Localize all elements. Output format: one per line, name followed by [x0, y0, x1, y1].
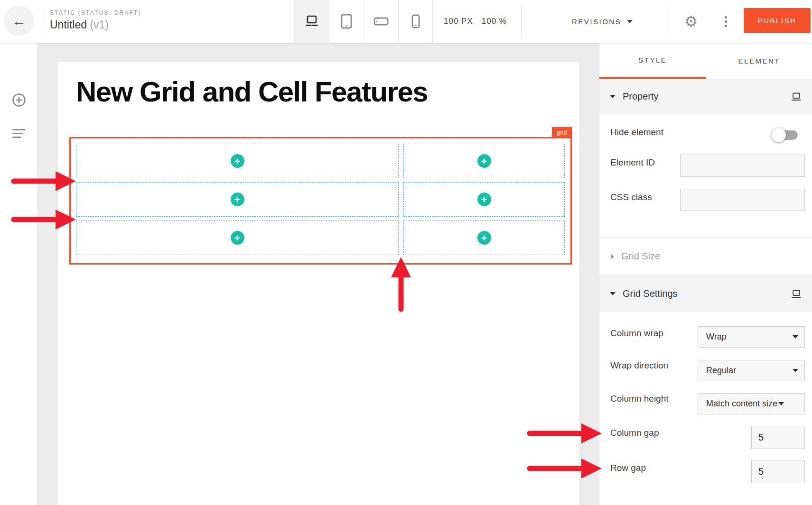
publish-button[interactable]: PUBLISH [744, 8, 811, 33]
section-title: Grid Settings [623, 288, 678, 299]
chevron-down-icon [610, 292, 616, 295]
row-gap-label: Row gap [610, 463, 646, 473]
phone-portrait-icon [411, 14, 420, 28]
column-wrap-label: Column wrap [610, 328, 663, 339]
panel-tabs: STYLE ELEMENT [599, 43, 812, 79]
top-toolbar: ← STATIC (STATUS: DRAFT) Untitled (v1) [0, 0, 812, 43]
viewport-width-value: 100 PX [444, 17, 473, 26]
grid-cell[interactable]: + [76, 144, 399, 178]
wrap-direction-select[interactable]: Regular [698, 360, 805, 381]
editor-canvas: New Grid and Cell Features grid + + + + … [37, 43, 599, 505]
add-content-button[interactable]: + [231, 231, 244, 245]
left-toolbar [0, 43, 37, 505]
laptop-icon [791, 290, 802, 298]
add-content-button[interactable]: + [231, 154, 244, 168]
device-tablet-button[interactable] [329, 0, 364, 43]
element-id-label: Element ID [610, 157, 655, 168]
kebab-dot [725, 16, 727, 18]
page-heading: New Grid and Cell Features [76, 75, 428, 108]
divider [669, 5, 669, 38]
device-desktop-button[interactable] [294, 0, 329, 43]
column-wrap-select[interactable]: Wrap [698, 326, 805, 348]
chevron-down-icon [793, 369, 798, 372]
viewport-zoom-value: 100 % [482, 17, 507, 26]
css-class-input[interactable] [680, 189, 805, 211]
add-content-button[interactable]: + [477, 193, 491, 206]
document-title: Untitled (v1) [50, 18, 141, 31]
hide-element-toggle[interactable] [772, 128, 798, 142]
device-preview-switcher [294, 0, 433, 43]
gear-icon: ⚙ [684, 12, 698, 30]
row-gap-input[interactable] [751, 460, 805, 483]
grid-cells: + + + + + + [71, 138, 570, 263]
divider [521, 5, 522, 38]
chevron-down-icon [627, 20, 633, 23]
add-content-button[interactable]: + [477, 154, 491, 168]
back-button[interactable]: ← [4, 6, 34, 36]
section-title: Grid Size [621, 251, 660, 262]
section-header-grid-settings[interactable]: Grid Settings [599, 275, 812, 312]
column-gap-label: Column gap [610, 428, 659, 438]
settings-button[interactable]: ⚙ [681, 0, 700, 43]
section-header-grid-size[interactable]: Grid Size [599, 237, 812, 275]
add-element-button[interactable] [12, 93, 26, 109]
chevron-down-icon [778, 402, 784, 405]
column-gap-input[interactable] [751, 426, 805, 449]
document-info: STATIC (STATUS: DRAFT) Untitled (v1) [50, 9, 141, 31]
grid-cell[interactable]: + [76, 182, 399, 217]
viewport-size-readout: 100 PX 100 % [444, 0, 507, 43]
grid-element[interactable]: grid + + + + + + [69, 137, 572, 265]
device-phone-landscape-button[interactable] [364, 0, 398, 43]
section-title: Property [623, 91, 659, 102]
chevron-right-icon [611, 254, 614, 259]
laptop-icon [303, 15, 320, 28]
tab-element[interactable]: ELEMENT [706, 43, 812, 79]
add-content-button[interactable]: + [477, 231, 491, 245]
grid-cell[interactable]: + [403, 220, 565, 255]
laptop-icon [791, 92, 802, 101]
grid-cell[interactable]: + [76, 220, 399, 255]
document-version: (v1) [90, 18, 109, 31]
wrap-direction-label: Wrap direction [610, 360, 668, 371]
css-class-label: CSS class [610, 192, 652, 202]
revisions-dropdown[interactable]: REVISIONS [572, 0, 633, 43]
grid-element-tag: grid [552, 127, 572, 138]
chevron-down-icon [793, 335, 798, 339]
style-panel: STYLE ELEMENT Property Hide element Elem… [599, 43, 812, 505]
document-status: STATIC (STATUS: DRAFT) [50, 9, 141, 16]
more-options-button[interactable] [719, 0, 732, 43]
column-height-select[interactable]: Match content size [698, 393, 805, 414]
section-header-property[interactable]: Property [599, 79, 812, 114]
page-preview[interactable]: New Grid and Cell Features grid + + + + … [58, 62, 579, 505]
hide-element-label: Hide element [610, 127, 663, 138]
tab-style[interactable]: STYLE [599, 43, 706, 79]
divider [42, 5, 42, 38]
grid-cell[interactable]: + [403, 144, 565, 178]
kebab-dot [725, 25, 727, 27]
tablet-icon [341, 14, 352, 29]
layers-icon [12, 129, 25, 130]
plus-circle-icon [12, 93, 26, 107]
add-content-button[interactable]: + [231, 193, 244, 206]
grid-cell[interactable]: + [403, 182, 565, 217]
device-phone-portrait-button[interactable] [398, 0, 433, 43]
phone-landscape-icon [373, 17, 389, 26]
back-arrow-icon: ← [12, 13, 26, 29]
layers-button[interactable] [12, 129, 25, 140]
column-height-label: Column height [610, 394, 669, 404]
kebab-dot [725, 20, 727, 23]
element-id-input[interactable] [680, 155, 805, 177]
chevron-down-icon [610, 95, 616, 98]
